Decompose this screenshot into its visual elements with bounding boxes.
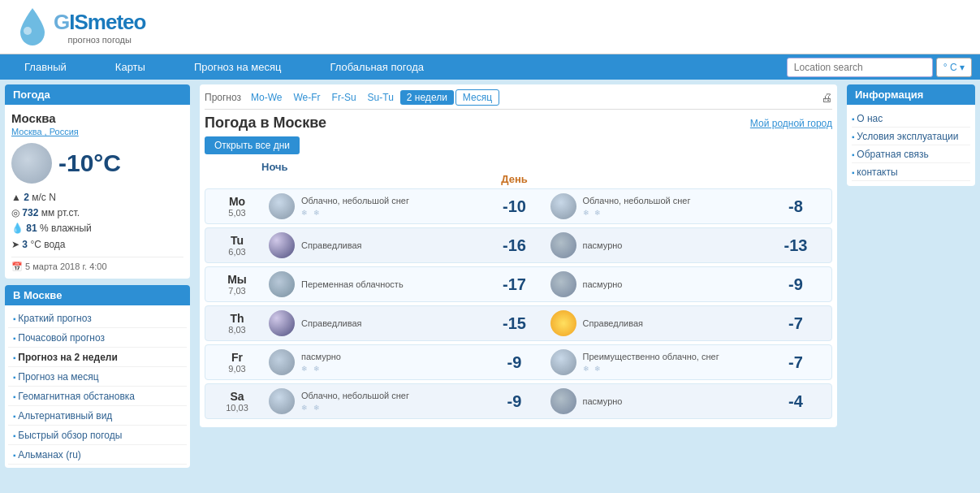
sidebar-right: Информация О нас Условия эксплуатации Об… [842,80,980,479]
nav-global-weather[interactable]: Глобальная погода [305,54,448,80]
open-all-days-button[interactable]: Открыть все дни [205,136,300,154]
quick-overview-link[interactable]: Быстрый обзор погоды [18,430,122,441]
weather-panel: Погода Москва Москва , Россия -10°C ▲ 2 … [5,84,190,279]
link-2weeks: Прогноз на 2 недели [8,348,187,367]
table-row: Sa 10,03 Облачно, небольшой снег❄ ❄ -9 п… [205,383,832,419]
tab-month[interactable]: Месяц [455,89,499,106]
city-name: Москва [11,111,183,125]
table-row: Fr 9,03 пасмурно❄ ❄ -9 Преимущественно о… [205,344,832,380]
night-description: Справедливая [301,240,479,251]
forecast-tab-label: Прогноз [205,92,241,103]
day-description: Преимущественно облачно, снег❄ ❄ [583,351,761,374]
location-search-input[interactable] [787,58,933,77]
temp-display: -10°C [58,149,121,177]
svg-point-0 [24,27,32,35]
contacts-link[interactable]: контакты [857,166,897,178]
link-quick: Быстрый обзор погоды [8,426,187,445]
nav-maps[interactable]: Карты [91,54,170,80]
alt-view-link[interactable]: Альтернативный вид [18,410,112,422]
col-day-header: День [482,173,547,185]
info-terms: Условия эксплуатации [852,128,970,145]
info-contacts: контакты [852,163,970,181]
pressure-info: ◎ 732 мм рт.ст. [11,205,183,221]
wind-info: ▲ 2 м/с N [11,190,183,205]
night-weather-icon [269,388,295,414]
nav-search-area: ° C ▾ [787,58,980,77]
day-weather-icon [550,232,576,258]
info-panel: Информация О нас Условия эксплуатации Об… [847,84,975,186]
info-feedback: Обратная связь [852,145,970,163]
brief-forecast-link[interactable]: Краткий прогноз [18,313,91,324]
night-temp: -15 [482,314,547,333]
about-link[interactable]: О нас [857,113,883,124]
night-weather-icon [269,310,295,336]
header: GISmeteo прогноз погоды [0,0,980,54]
night-description: Облачно, небольшой снег❄ ❄ [301,195,479,218]
forecast-tabs: Прогноз Mo-We We-Fr Fr-Su Su-Tu 2 недели… [205,89,832,110]
day-description: пасмурно [583,279,761,290]
night-temp: -16 [482,236,547,255]
link-brief: Краткий прогноз [8,309,187,328]
logo-text: GISmeteo [54,10,145,35]
forecast-title: Погода в Москве [205,115,326,132]
forecast-rows: Mo 5,03 Облачно, небольшой снег❄ ❄ -10 О… [205,188,832,419]
night-temp: -10 [482,197,547,216]
in-city-header: В Москве [5,285,190,305]
tab-2weeks[interactable]: 2 недели [400,90,454,105]
terms-link[interactable]: Условия эксплуатации [857,131,958,142]
day-description: пасмурно [583,396,761,407]
print-icon[interactable]: 🖨 [821,91,832,104]
link-almanac: Альманах (ru) [8,445,187,465]
weather-panel-header: Погода [5,84,190,105]
night-temp: -9 [482,392,547,411]
nav-main[interactable]: Главный [0,54,91,80]
nav-month-forecast[interactable]: Прогноз на месяц [170,54,306,80]
night-weather-icon [269,232,295,258]
link-hourly: Почасовой прогноз [8,328,187,348]
hourly-forecast-link[interactable]: Почасовой прогноз [18,332,105,344]
day-label: Tu 6,03 [209,234,266,257]
night-description: Облачно, небольшой снег❄ ❄ [301,390,479,413]
day-description: Справедливая [583,318,761,329]
night-description: Справедливая [301,318,479,329]
info-links-list: О нас Условия эксплуатации Обратная связ… [847,105,975,186]
day-label: Th 8,03 [209,312,266,335]
weather-details: ▲ 2 м/с N ◎ 732 мм рт.ст. 💧 81 % влажный… [11,190,183,253]
night-temp: -9 [482,353,547,372]
forecast-panel: Прогноз Mo-We We-Fr Fr-Su Su-Tu 2 недели… [200,84,837,427]
day-temp: -13 [763,236,828,255]
night-weather-icon [269,349,295,375]
logo-text-area: GISmeteo прогноз погоды [54,10,145,45]
tab-su-tu[interactable]: Su-Tu [363,90,399,105]
2weeks-forecast-link[interactable]: Прогноз на 2 недели [18,352,117,363]
water-temp-info: ➤ 3 °С вода [11,237,183,253]
month-forecast-link[interactable]: Прогноз на месяц [18,371,98,383]
unit-selector[interactable]: ° C ▾ [936,58,972,77]
tab-fr-su[interactable]: Fr-Su [327,90,361,105]
day-label: Mo 5,03 [209,195,266,218]
day-weather-icon [550,349,576,375]
day-description: Облачно, небольшой снег❄ ❄ [583,195,761,218]
weather-panel-body: Москва Москва , Россия -10°C ▲ 2 м/с N [5,105,190,279]
logo-area: GISmeteo прогноз погоды [16,6,145,47]
table-row: Mo 5,03 Облачно, небольшой снег❄ ❄ -10 О… [205,188,832,224]
link-geomag: Геомагнитная обстановка [8,387,187,406]
my-city-link[interactable]: Мой родной город [750,118,832,129]
feedback-link[interactable]: Обратная связь [857,149,928,160]
table-row: Мы 7,03 Переменная облачность -17 пасмур… [205,266,832,302]
info-panel-header: Информация [847,84,975,105]
city-links[interactable]: Москва , Россия [11,127,183,136]
day-temp: -7 [763,314,828,333]
tab-we-fr[interactable]: We-Fr [288,90,325,105]
weather-main-display: -10°C [11,143,183,184]
day-temp: -9 [763,275,828,294]
almanac-link[interactable]: Альманах (ru) [18,449,80,461]
night-weather-icon [269,271,295,297]
forecast-title-row: Погода в Москве Мой родной город [205,115,832,132]
day-description: пасмурно [583,240,761,251]
night-description: пасмурно❄ ❄ [301,351,479,374]
day-label: Мы 7,03 [209,273,266,296]
tab-mo-we[interactable]: Mo-We [246,90,287,105]
geomag-link[interactable]: Геомагнитная обстановка [18,391,135,402]
current-weather-icon [11,143,52,184]
